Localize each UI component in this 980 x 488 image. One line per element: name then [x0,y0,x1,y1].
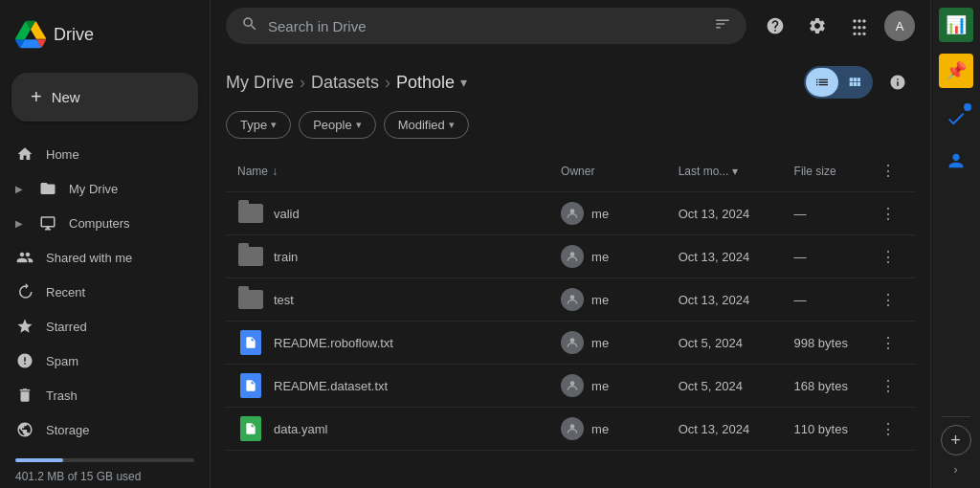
breadcrumb-datasets[interactable]: Datasets [311,73,379,93]
breadcrumb-my-drive[interactable]: My Drive [226,73,294,93]
sidebar-item-home-label: Home [46,147,79,162]
new-label: New [52,89,80,105]
rp-sheets-icon[interactable]: 📊 [939,8,973,42]
file-modified-cell-data-yaml: Oct 13, 2024 [667,408,783,451]
sidebar-item-trash[interactable]: Trash [0,378,198,412]
breadcrumb-view-actions [804,65,915,100]
sidebar-item-storage[interactable]: Storage [0,412,198,447]
table-row[interactable]: valid me Oct 13, 2024 — ⋮ [226,192,915,235]
sidebar-item-shared[interactable]: Shared with me [0,240,198,275]
file-modified-cell-train: Oct 13, 2024 [667,235,783,278]
sidebar-item-trash-label: Trash [46,388,78,403]
breadcrumb-current: Pothole [396,73,455,93]
rp-expand-icon[interactable]: › [950,459,962,480]
file-size-cell-test: — [783,278,861,322]
file-more-cell-readme-roboflow: ⋮ [861,322,915,365]
owner-avatar-readme-dataset [561,374,584,397]
grid-view-button[interactable] [838,68,871,97]
drive-logo-icon [15,19,46,50]
modified-filter-label: Modified [398,118,445,132]
apps-button[interactable] [842,9,877,43]
file-name-cell-data-yaml: data.yaml [226,408,549,451]
people-filter-chip[interactable]: People ▾ [299,111,375,139]
user-avatar-button[interactable]: A [884,11,915,41]
col-header-owner: Owner [549,150,667,192]
file-owner-cell-data-yaml: me [549,408,667,451]
file-more-cell-data-yaml: ⋮ [861,408,915,451]
modified-sort-icon[interactable]: ▾ [732,165,738,178]
type-filter-arrow-icon: ▾ [271,119,277,131]
sidebar-item-home[interactable]: Home [0,137,198,171]
owner-avatar-test [561,288,584,311]
owner-name-readme-roboflow: me [591,336,609,350]
sidebar-item-storage-label: Storage [46,423,90,437]
rp-contacts-icon[interactable] [937,142,975,180]
rp-keep-icon[interactable]: 📌 [939,54,973,88]
app-title: Drive [54,25,94,45]
table-more-options-button[interactable]: ⋮ [873,158,903,184]
new-button[interactable]: + New [11,73,198,122]
col-header-name: Name ↓ [226,150,549,192]
sidebar-item-starred[interactable]: Starred [0,309,198,344]
sidebar-item-my-drive[interactable]: ▶ My Drive [0,171,198,206]
recent-icon [15,282,34,301]
file-size-cell-train: — [783,235,861,278]
sidebar-item-spam[interactable]: Spam [0,344,198,378]
file-more-cell-readme-dataset: ⋮ [861,365,915,408]
file-modified-cell-test: Oct 13, 2024 [667,278,783,322]
file-owner-cell-readme-dataset: me [549,365,667,408]
settings-button[interactable] [800,9,835,43]
table-row[interactable]: README.roboflow.txt me Oct 5, 2024 998 b… [226,322,915,365]
file-more-button-train[interactable]: ⋮ [873,244,903,270]
owner-name-test: me [591,293,609,307]
file-name-valid: valid [274,207,300,221]
sidebar: Drive + New Home ▶ My Drive ▶ Computers … [0,0,211,488]
list-view-button[interactable] [806,68,838,97]
sidebar-item-computers[interactable]: ▶ Computers [0,206,198,240]
file-size-cell-data-yaml: 110 bytes [783,408,861,451]
breadcrumb-sep-2: › [385,73,390,93]
folder-icon [238,290,263,309]
owner-avatar-valid [561,202,584,225]
table-row[interactable]: data.yaml me Oct 13, 2024 110 bytes ⋮ [226,408,915,451]
file-more-button-valid[interactable]: ⋮ [873,201,903,227]
file-size-cell-readme-roboflow: 998 bytes [783,322,861,365]
txt-file-icon [240,373,261,398]
table-row[interactable]: train me Oct 13, 2024 — ⋮ [226,235,915,278]
rp-tasks-icon[interactable] [937,100,975,138]
rp-add-button[interactable]: + [941,425,971,455]
filter-bar: Type ▾ People ▾ Modified ▾ [226,111,915,139]
col-header-more: ⋮ [861,150,915,192]
home-icon [15,144,34,164]
help-button[interactable] [758,9,792,43]
owner-name-data-yaml: me [591,422,609,436]
name-sort-icon[interactable]: ↓ [272,165,278,178]
file-modified-cell-readme-dataset: Oct 5, 2024 [667,365,783,408]
sidebar-item-recent[interactable]: Recent [0,275,198,309]
type-filter-label: Type [240,118,267,132]
file-name-test: test [274,293,294,307]
owner-avatar-data-yaml [561,417,584,440]
breadcrumb-dropdown-icon[interactable]: ▾ [460,75,467,90]
search-input[interactable] [268,18,704,34]
file-more-cell-test: ⋮ [861,278,915,322]
my-drive-expand-icon: ▶ [15,184,23,194]
shared-icon [15,248,34,267]
table-row[interactable]: test me Oct 13, 2024 — ⋮ [226,278,915,322]
modified-filter-chip[interactable]: Modified ▾ [384,111,469,139]
file-name-data-yaml: data.yaml [274,422,327,436]
computers-expand-icon: ▶ [15,218,23,229]
file-modified-cell-readme-roboflow: Oct 5, 2024 [667,322,783,365]
table-row[interactable]: README.dataset.txt me Oct 5, 2024 168 by… [226,365,915,408]
file-more-button-readme-dataset[interactable]: ⋮ [873,373,903,399]
file-more-button-test[interactable]: ⋮ [873,287,903,313]
search-tune-icon[interactable] [714,15,731,36]
type-filter-chip[interactable]: Type ▾ [226,111,291,139]
rp-divider [942,416,970,417]
right-panel: 📊 📌 + › [930,0,980,488]
info-button[interactable] [880,65,915,100]
people-filter-arrow-icon: ▾ [356,119,362,131]
file-more-button-data-yaml[interactable]: ⋮ [873,416,903,442]
file-more-button-readme-roboflow[interactable]: ⋮ [873,330,903,356]
yaml-file-icon [240,416,261,441]
